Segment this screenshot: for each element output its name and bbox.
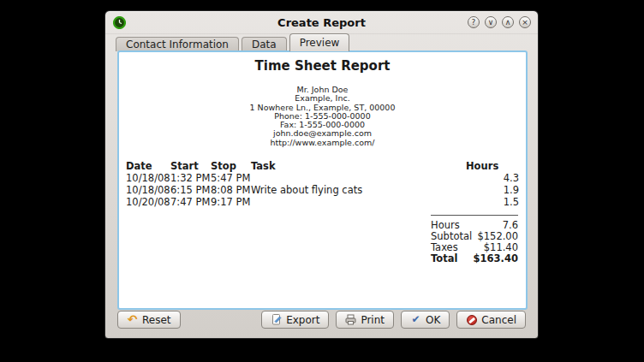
contact-line: http://www.example.com/ xyxy=(126,139,519,147)
maximize-button[interactable]: ∧ xyxy=(502,16,514,28)
ok-button[interactable]: ✔ OK xyxy=(401,311,450,329)
undo-icon: ↶ xyxy=(127,314,138,325)
export-document-icon xyxy=(271,314,282,325)
header-task: Task xyxy=(251,160,466,172)
cell-start: 7:47 PM xyxy=(170,196,211,208)
table-row: 10/18/08 1:32 PM 5:47 PM 4.3 xyxy=(126,172,519,184)
cancel-icon xyxy=(466,314,477,325)
titlebar[interactable]: Create Report ? ∨ ∧ × xyxy=(105,11,538,34)
totals-total-row: Total $163.40 xyxy=(431,253,518,264)
cell-hours: 4.3 xyxy=(466,172,519,184)
cell-hours: 1.9 xyxy=(466,184,519,196)
cell-task xyxy=(251,196,466,208)
help-button[interactable]: ? xyxy=(468,16,480,28)
cell-start: 6:15 PM xyxy=(170,184,211,196)
reset-button[interactable]: ↶ Reset xyxy=(117,311,181,329)
contact-block: Mr. John Doe Example, Inc. 1 Nowhere Ln.… xyxy=(126,86,519,147)
cell-date: 10/18/08 xyxy=(126,172,170,184)
cell-task: Write about flying cats xyxy=(251,184,466,196)
shade-button[interactable]: ∨ xyxy=(485,16,497,28)
close-button[interactable]: × xyxy=(519,16,531,28)
checkmark-icon: ✔ xyxy=(410,314,421,325)
report-title: Time Sheet Report xyxy=(126,58,519,74)
cancel-button[interactable]: Cancel xyxy=(456,311,526,329)
header-hours: Hours xyxy=(466,160,519,172)
print-button[interactable]: Print xyxy=(336,311,394,329)
cell-task xyxy=(251,172,466,184)
timesheet-table: Date Start Stop Task Hours 10/18/08 1:32… xyxy=(126,160,519,208)
totals-label: Total xyxy=(431,253,457,264)
table-row: 10/20/08 7:47 PM 9:17 PM 1.5 xyxy=(126,196,519,208)
export-button-label: Export xyxy=(286,314,319,326)
print-button-label: Print xyxy=(361,314,385,326)
totals-block: Hours 7.6 Subtotal $152.00 Taxes $11.40 … xyxy=(431,215,518,264)
cell-stop: 5:47 PM xyxy=(211,172,251,184)
window-controls: ? ∨ ∧ × xyxy=(468,16,531,28)
table-row: 10/18/08 6:15 PM 8:08 PM Write about fly… xyxy=(126,184,519,196)
cell-date: 10/18/08 xyxy=(126,184,170,196)
report-preview-panel[interactable]: Time Sheet Report Mr. John Doe Example, … xyxy=(117,50,528,310)
cell-hours: 1.5 xyxy=(466,196,519,208)
tab-contact-information[interactable]: Contact Information xyxy=(116,37,239,51)
create-report-window: Create Report ? ∨ ∧ × Contact Informatio… xyxy=(104,10,539,339)
cell-stop: 8:08 PM xyxy=(211,184,251,196)
header-stop: Stop xyxy=(211,160,251,172)
dialog-button-row: ↶ Reset Export xyxy=(117,311,526,329)
cell-stop: 9:17 PM xyxy=(211,196,251,208)
table-header-row: Date Start Stop Task Hours xyxy=(126,160,519,172)
printer-icon xyxy=(345,314,356,325)
ok-button-label: OK xyxy=(426,314,440,326)
export-button[interactable]: Export xyxy=(261,311,329,329)
tab-bar: Contact Information Data Preview xyxy=(116,37,528,51)
cell-start: 1:32 PM xyxy=(170,172,211,184)
cancel-button-label: Cancel xyxy=(481,314,516,326)
tab-preview[interactable]: Preview xyxy=(289,33,350,51)
header-date: Date xyxy=(126,160,170,172)
clock-icon xyxy=(113,16,126,29)
reset-button-label: Reset xyxy=(142,314,171,326)
header-start: Start xyxy=(170,160,211,172)
cell-date: 10/20/08 xyxy=(126,196,170,208)
totals-value: $163.40 xyxy=(474,253,518,264)
tab-data[interactable]: Data xyxy=(242,37,287,51)
